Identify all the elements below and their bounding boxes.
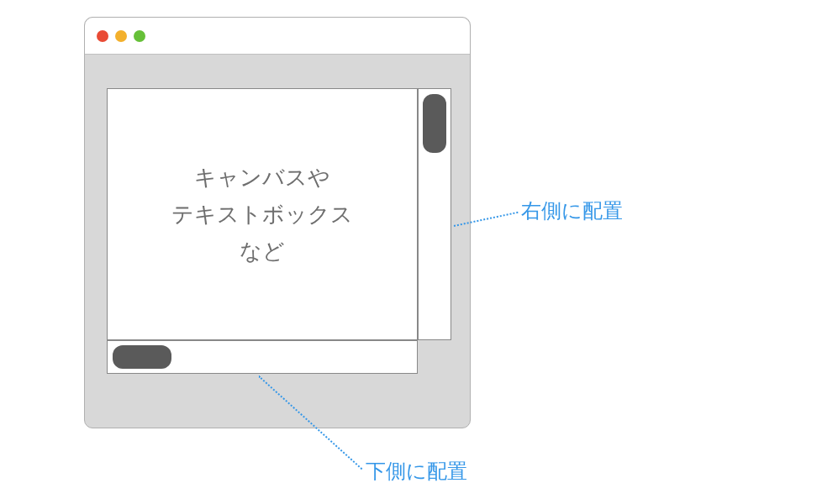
horizontal-scrollbar-thumb[interactable] xyxy=(113,345,171,369)
annotation-right: 右側に配置 xyxy=(521,197,623,224)
vertical-scrollbar-track[interactable] xyxy=(418,88,451,340)
maximize-icon[interactable] xyxy=(134,30,145,42)
content-area: キャンバスや テキストボックス など xyxy=(107,88,451,407)
app-window: キャンバスや テキストボックス など xyxy=(84,17,471,428)
annotation-bottom: 下側に配置 xyxy=(366,458,467,485)
vertical-scrollbar-thumb[interactable] xyxy=(423,94,446,153)
minimize-icon[interactable] xyxy=(115,30,127,42)
horizontal-scrollbar-track[interactable] xyxy=(107,340,418,374)
canvas-label: キャンバスや テキストボックス など xyxy=(171,159,353,270)
canvas-area: キャンバスや テキストボックス など xyxy=(107,88,418,340)
window-titlebar xyxy=(85,18,470,55)
close-icon[interactable] xyxy=(97,30,108,42)
